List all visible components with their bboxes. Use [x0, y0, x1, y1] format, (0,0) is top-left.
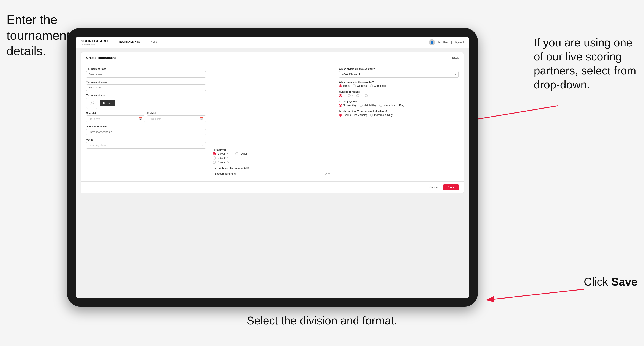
- format-options-right: Other: [236, 152, 247, 164]
- division-label: Which division is the event for?: [339, 68, 458, 70]
- format-other[interactable]: Other: [236, 152, 247, 155]
- teams-teams-radio[interactable]: [339, 114, 342, 117]
- rounds-radio-group: 1 2 3: [339, 94, 458, 97]
- upload-button[interactable]: Upload: [100, 100, 115, 106]
- logo-preview: [86, 98, 98, 109]
- cancel-button[interactable]: Cancel: [426, 184, 441, 190]
- format-other-radio[interactable]: [236, 152, 238, 155]
- start-date-input[interactable]: Pick a date 📅: [86, 116, 145, 122]
- venue-label: Venue: [86, 138, 206, 141]
- teams-radio-group: Teams (+Individuals) Individuals Only: [339, 114, 458, 117]
- rounds-4[interactable]: 4: [365, 94, 370, 97]
- rounds-4-radio[interactable]: [365, 94, 368, 97]
- division-dropdown[interactable]: NCAA Division I ▾: [339, 71, 458, 78]
- top-nav: SCOREBOARD Powered by Clippt TOURNAMENTS…: [76, 37, 469, 48]
- card-footer: Cancel Save: [81, 181, 464, 193]
- teams-group: Is this event for Teams and/or Individua…: [339, 110, 458, 117]
- scoring-medal-radio[interactable]: [380, 104, 382, 107]
- sponsor-input[interactable]: [86, 129, 206, 135]
- format-5count4-radio[interactable]: [213, 152, 216, 155]
- gender-combined-radio[interactable]: [370, 84, 373, 87]
- division-value: NCAA Division I: [341, 73, 360, 76]
- sponsor-group: Sponsor (optional): [86, 125, 206, 135]
- rounds-2[interactable]: 2: [348, 94, 353, 97]
- svg-point-2: [91, 102, 92, 103]
- format-6count4[interactable]: 6 count 4: [213, 157, 228, 160]
- gender-group: Which gender is the event for? Mens Wome…: [339, 81, 458, 87]
- venue-group: Venue Search golf club ▾: [86, 138, 206, 149]
- save-button[interactable]: Save: [444, 184, 458, 190]
- gender-radio-group: Mens Womens Combined: [339, 84, 458, 87]
- scoring-match-radio[interactable]: [360, 104, 362, 107]
- format-options-left: 5 count 4 6 count 4 6 coun: [213, 152, 228, 164]
- nav-teams[interactable]: TEAMS: [147, 40, 157, 44]
- annotation-bottom-right: Click Save: [584, 275, 638, 289]
- format-6count5-radio[interactable]: [213, 161, 216, 164]
- format-6count4-radio[interactable]: [213, 157, 216, 160]
- nav-tournaments[interactable]: TOURNAMENTS: [118, 40, 140, 44]
- back-link[interactable]: ‹ Back: [450, 56, 458, 59]
- create-card: Create Tournament ‹ Back Tournament Host: [81, 52, 464, 193]
- brand-title: SCOREBOARD: [81, 39, 108, 43]
- brand: SCOREBOARD Powered by Clippt: [81, 39, 108, 45]
- rounds-1[interactable]: 1: [339, 94, 344, 97]
- rounds-3-radio[interactable]: [356, 94, 359, 97]
- format-options-container: 5 count 4 6 count 4 6 coun: [213, 152, 332, 164]
- col-divider-1: [213, 68, 213, 149]
- mid-column: Which division is the event for? NCAA Di…: [339, 68, 458, 149]
- right-column: Format type 5 count 4: [213, 149, 332, 177]
- rounds-2-radio[interactable]: [348, 94, 351, 97]
- gender-womens-radio[interactable]: [352, 84, 356, 87]
- col-divider-2: [86, 149, 86, 177]
- teams-label: Is this event for Teams and/or Individua…: [339, 110, 458, 112]
- live-scoring-controls: ✕ ▾: [325, 172, 330, 175]
- scoring-stroke-radio[interactable]: [339, 104, 342, 107]
- rounds-3[interactable]: 3: [356, 94, 362, 97]
- user-name: Test User: [438, 41, 448, 44]
- teams-individuals-radio[interactable]: [370, 114, 373, 117]
- clear-icon[interactable]: ✕: [325, 172, 328, 175]
- rounds-label: Number of rounds: [339, 90, 458, 93]
- live-scoring-input[interactable]: Leaderboard King ✕ ▾: [213, 171, 332, 177]
- live-scoring-group: Use third-party live scoring API? Leader…: [213, 167, 332, 177]
- gender-label: Which gender is the event for?: [339, 81, 458, 83]
- venue-chevron: ▾: [202, 144, 204, 147]
- card-header: Create Tournament ‹ Back: [81, 52, 464, 63]
- logo-upload-area: Upload: [86, 98, 206, 109]
- gender-womens[interactable]: Womens: [352, 84, 367, 87]
- annotation-bottom-center: Select the division and format.: [247, 314, 397, 328]
- scoring-stroke[interactable]: Stroke Play: [339, 104, 356, 107]
- tablet-screen: SCOREBOARD Powered by Clippt TOURNAMENTS…: [76, 37, 469, 298]
- save-annotation: Save: [611, 275, 638, 288]
- end-date-group: End date Pick a date 📅: [147, 112, 206, 122]
- start-date-group: Start date Pick a date 📅: [86, 112, 145, 122]
- scoring-radio-group: Stroke Play Match Play Medal Match Play: [339, 104, 458, 107]
- tournament-logo-group: Tournament logo: [86, 94, 206, 109]
- tournament-host-input[interactable]: [86, 71, 206, 78]
- gender-mens-radio[interactable]: [339, 84, 342, 87]
- format-5count4[interactable]: 5 count 4: [213, 152, 228, 155]
- end-date-label: End date: [147, 112, 206, 114]
- venue-input[interactable]: Search golf club ▾: [86, 142, 206, 149]
- annotation-top-right: If you are using one of our live scoring…: [534, 36, 638, 92]
- tablet-frame: SCOREBOARD Powered by Clippt TOURNAMENTS…: [67, 28, 478, 307]
- tournament-name-input[interactable]: [86, 84, 206, 91]
- app-container: SCOREBOARD Powered by Clippt TOURNAMENTS…: [76, 37, 469, 298]
- division-chevron: ▾: [455, 73, 456, 76]
- scoring-match[interactable]: Match Play: [360, 104, 376, 107]
- calendar-icon: 📅: [139, 117, 142, 120]
- scoring-medal[interactable]: Medal Match Play: [380, 104, 404, 107]
- gender-mens[interactable]: Mens: [339, 84, 349, 87]
- format-label: Format type: [213, 149, 332, 151]
- format-6count5[interactable]: 6 count 5: [213, 161, 228, 164]
- gender-combined[interactable]: Combined: [370, 84, 386, 87]
- teams-individuals[interactable]: Individuals Only: [370, 114, 392, 117]
- signout-link[interactable]: Sign out: [454, 41, 464, 44]
- rounds-1-radio[interactable]: [339, 94, 342, 97]
- end-date-input[interactable]: Pick a date 📅: [147, 116, 206, 122]
- teams-teams[interactable]: Teams (+Individuals): [339, 114, 367, 117]
- end-date-placeholder: Pick a date: [150, 118, 161, 120]
- date-row: Start date Pick a date 📅 End date: [86, 112, 206, 122]
- sponsor-label: Sponsor (optional): [86, 125, 206, 128]
- content-area: Create Tournament ‹ Back Tournament Host: [76, 48, 469, 298]
